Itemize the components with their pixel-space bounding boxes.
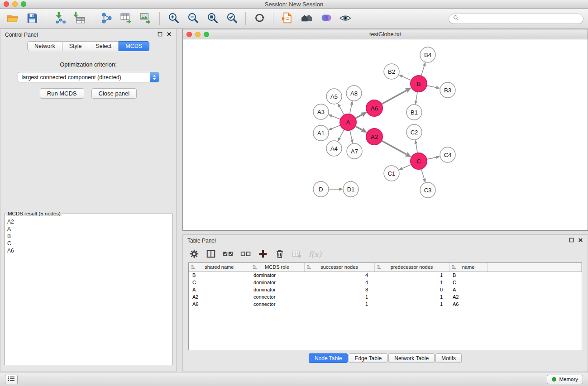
- column-header-shared-name[interactable]: shared name: [189, 263, 250, 272]
- home-view-button[interactable]: [298, 10, 315, 27]
- network-node-B1[interactable]: B1: [406, 105, 422, 120]
- tab-node-table[interactable]: Node Table: [309, 353, 348, 363]
- network-edge-B-B1[interactable]: [416, 92, 417, 101]
- function-builder-button[interactable]: f(x): [308, 250, 321, 259]
- new-network-button[interactable]: [99, 10, 115, 27]
- zoom-out-button[interactable]: [185, 10, 201, 27]
- network-edge-A2-C[interactable]: [382, 141, 406, 154]
- table-cell[interactable]: 1: [304, 293, 374, 300]
- network-node-B2[interactable]: B2: [384, 64, 399, 79]
- unselect-all-columns-button[interactable]: [240, 250, 251, 259]
- table-cell[interactable]: dominator: [250, 272, 304, 279]
- tab-style[interactable]: Style: [62, 41, 89, 51]
- network-canvas[interactable]: B4B2BB3A5A8A6B1A3AC2A1A2A4A7CC4C1C3DD1: [183, 39, 588, 230]
- report-button[interactable]: [279, 10, 295, 27]
- network-edge-A-A5[interactable]: [339, 107, 344, 115]
- network-edge-A-A6[interactable]: [356, 115, 362, 118]
- network-node-B[interactable]: B: [411, 76, 427, 92]
- close-window-button[interactable]: [4, 1, 9, 7]
- column-header-name[interactable]: name: [449, 263, 488, 272]
- table-cell[interactable]: 4: [304, 279, 374, 286]
- delete-column-button[interactable]: [275, 249, 285, 260]
- network-node-C4[interactable]: C4: [440, 147, 455, 162]
- network-node-A4[interactable]: A4: [326, 141, 342, 156]
- close-panel-button-2[interactable]: Close panel: [91, 88, 137, 99]
- tab-edge-table[interactable]: Edge Table: [349, 353, 387, 363]
- network-node-C[interactable]: C: [411, 153, 427, 169]
- table-row[interactable]: A2connector11A2: [189, 293, 582, 300]
- table-cell[interactable]: connector: [250, 300, 304, 308]
- network-edge-A-A4[interactable]: [339, 130, 344, 138]
- float-panel-button[interactable]: [158, 31, 163, 38]
- tab-network[interactable]: Network: [27, 41, 62, 51]
- mcds-result-item[interactable]: C: [7, 240, 169, 247]
- table-cell[interactable]: 0: [374, 286, 449, 293]
- mcds-result-item[interactable]: A6: [7, 247, 169, 254]
- network-edge-C-C4[interactable]: [427, 157, 436, 159]
- table-cell[interactable]: B: [449, 272, 488, 279]
- network-node-A8[interactable]: A8: [346, 86, 362, 101]
- network-node-A3[interactable]: A3: [313, 104, 329, 119]
- task-history-button[interactable]: [5, 375, 18, 384]
- table-cell[interactable]: 1: [374, 272, 449, 279]
- mcds-result-item[interactable]: B: [7, 233, 169, 240]
- table-cell[interactable]: 4: [304, 272, 374, 279]
- float-table-panel-button[interactable]: [569, 237, 574, 244]
- close-network-button[interactable]: [186, 32, 192, 37]
- search-box[interactable]: [449, 14, 583, 24]
- network-node-A6[interactable]: A6: [366, 100, 382, 116]
- table-cell[interactable]: A6: [189, 300, 250, 308]
- network-edge-A-A7[interactable]: [350, 131, 352, 140]
- network-edge-B-B2[interactable]: [402, 76, 411, 81]
- table-cell[interactable]: 1: [374, 293, 449, 300]
- delete-table-button[interactable]: [292, 249, 301, 260]
- save-session-button[interactable]: [24, 10, 40, 27]
- select-all-columns-button[interactable]: [223, 250, 234, 259]
- column-header-successor-nodes[interactable]: successor nodes: [304, 263, 374, 272]
- network-node-C1[interactable]: C1: [384, 166, 399, 181]
- analysis-button[interactable]: [318, 10, 334, 27]
- table-cell[interactable]: dominator: [250, 279, 304, 286]
- table-cell[interactable]: connector: [250, 293, 304, 300]
- add-column-button[interactable]: [258, 249, 268, 260]
- network-node-A2[interactable]: A2: [366, 129, 382, 145]
- close-table-panel-button[interactable]: [578, 237, 583, 244]
- network-edge-C-C3[interactable]: [421, 169, 425, 179]
- table-cell[interactable]: 1: [374, 300, 449, 308]
- table-cell[interactable]: 1: [304, 300, 374, 308]
- table-cell[interactable]: A2: [449, 293, 488, 300]
- zoom-network-button[interactable]: [204, 32, 209, 37]
- optimization-dropdown[interactable]: largest connected component (directed): [18, 72, 159, 82]
- mcds-result-item[interactable]: A2: [7, 218, 169, 225]
- column-header-predecessor-nodes[interactable]: predecessor nodes: [374, 263, 449, 272]
- show-hide-button[interactable]: [337, 10, 354, 27]
- network-node-C2[interactable]: C2: [406, 124, 422, 140]
- network-node-B3[interactable]: B3: [440, 82, 455, 98]
- table-row[interactable]: A6connector11A6: [189, 300, 582, 308]
- table-row[interactable]: Cdominator41C: [189, 279, 582, 286]
- table-cell[interactable]: B: [189, 272, 250, 279]
- network-edge-A-A2[interactable]: [356, 126, 362, 130]
- network-edge-A-A1[interactable]: [332, 125, 340, 129]
- import-table-button[interactable]: [71, 10, 87, 27]
- network-node-A1[interactable]: A1: [313, 125, 329, 141]
- network-node-A[interactable]: A: [340, 114, 356, 130]
- network-graph[interactable]: B4B2BB3A5A8A6B1A3AC2A1A2A4A7CC4C1C3DD1: [183, 39, 588, 230]
- zoom-fit-button[interactable]: [204, 10, 220, 27]
- zoom-selected-button[interactable]: [224, 10, 240, 27]
- column-header-MCDS-role[interactable]: MCDS role: [250, 263, 304, 272]
- show-columns-button[interactable]: [206, 249, 216, 260]
- mcds-result-item[interactable]: A: [7, 225, 169, 233]
- table-row[interactable]: Bdominator41B: [189, 272, 582, 279]
- table-cell[interactable]: A: [449, 286, 488, 293]
- network-node-D[interactable]: D: [313, 181, 329, 197]
- refresh-layout-button[interactable]: [251, 10, 268, 27]
- table-options-button[interactable]: [189, 249, 199, 260]
- table-row[interactable]: Adominator80A: [189, 286, 582, 293]
- table-cell[interactable]: A: [189, 286, 250, 293]
- close-panel-button[interactable]: [167, 31, 172, 38]
- table-cell[interactable]: C: [449, 279, 488, 286]
- network-edge-A-A3[interactable]: [332, 116, 340, 119]
- network-edge-B-B3[interactable]: [427, 86, 436, 87]
- table-cell[interactable]: 8: [304, 286, 374, 293]
